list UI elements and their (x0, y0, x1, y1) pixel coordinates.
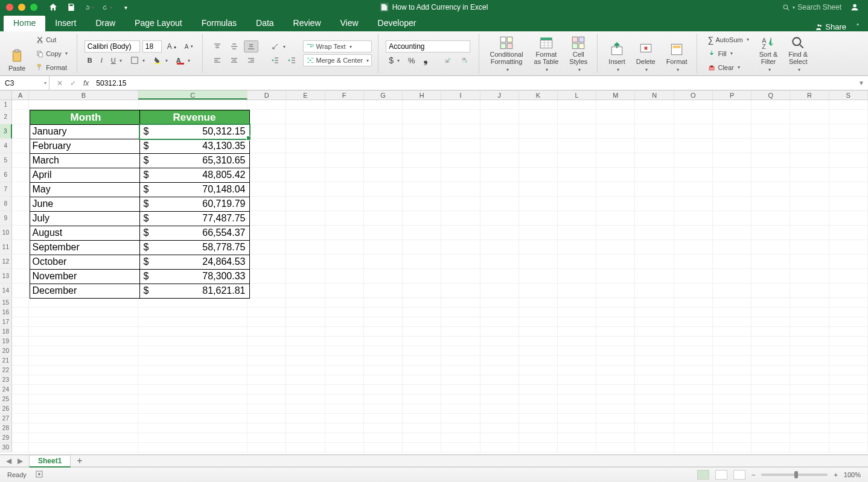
cell-N4[interactable] (635, 139, 674, 153)
cell-S23[interactable] (829, 375, 868, 385)
share-button[interactable]: Share (814, 22, 846, 31)
cell-O11[interactable] (674, 240, 713, 255)
cell-G22[interactable] (364, 366, 403, 375)
cell-F12[interactable] (325, 255, 364, 269)
cell-Q27[interactable] (752, 414, 790, 423)
cell-I9[interactable] (441, 211, 480, 226)
cell-G29[interactable] (364, 433, 403, 443)
cell-O21[interactable] (674, 356, 713, 366)
cell-B22[interactable] (29, 366, 138, 375)
cell-B18[interactable] (29, 327, 138, 337)
undo-button[interactable] (85, 2, 94, 12)
row-header-27[interactable]: 27 (0, 414, 12, 423)
cell-G15[interactable] (364, 298, 403, 308)
cell-N24[interactable] (635, 385, 674, 395)
cell-Q26[interactable] (752, 404, 790, 414)
cell-S24[interactable] (829, 385, 868, 395)
cell-L14[interactable] (558, 284, 596, 298)
cell-E28[interactable] (286, 423, 325, 433)
cell-K16[interactable] (519, 308, 558, 317)
cell-B27[interactable] (29, 414, 138, 423)
cell-D18[interactable] (247, 327, 286, 337)
zoom-out-button[interactable]: − (752, 471, 755, 478)
column-header-A[interactable]: A (12, 90, 30, 100)
cell-J29[interactable] (480, 433, 519, 443)
cell-D17[interactable] (247, 317, 286, 327)
cell-P30[interactable] (713, 443, 752, 452)
cell-F21[interactable] (325, 356, 364, 366)
cell-K20[interactable] (519, 346, 558, 356)
sheet-next-icon[interactable]: ▶ (18, 457, 23, 465)
cell-O29[interactable] (674, 433, 713, 443)
row-header-19[interactable]: 19 (0, 337, 12, 346)
percent-format-button[interactable]: % (405, 54, 418, 66)
cell-E13[interactable] (286, 269, 325, 284)
cell-C21[interactable] (138, 356, 247, 366)
column-header-F[interactable]: F (325, 90, 364, 100)
cell-O20[interactable] (674, 346, 713, 356)
cell-J4[interactable] (480, 139, 519, 153)
cell-R20[interactable] (790, 346, 829, 356)
cell-G25[interactable] (364, 395, 403, 404)
cell-H11[interactable] (403, 240, 441, 255)
cell-D1[interactable] (247, 100, 286, 110)
cell-K5[interactable] (519, 153, 558, 168)
cell-K28[interactable] (519, 423, 558, 433)
cell-C26[interactable] (138, 404, 247, 414)
cell-G10[interactable] (364, 226, 403, 240)
cell-E17[interactable] (286, 317, 325, 327)
cell-K9[interactable] (519, 211, 558, 226)
row-header-13[interactable]: 13 (0, 269, 12, 284)
cell-N20[interactable] (635, 346, 674, 356)
cell-K25[interactable] (519, 395, 558, 404)
cell-L30[interactable] (558, 443, 596, 452)
cell-E26[interactable] (286, 404, 325, 414)
cell-R26[interactable] (790, 404, 829, 414)
wrap-text-button[interactable]: Wrap Text (303, 40, 372, 52)
cell-H23[interactable] (403, 375, 441, 385)
cell-A16[interactable] (12, 308, 30, 317)
cell-E12[interactable] (286, 255, 325, 269)
cell-H2[interactable] (403, 110, 441, 124)
cell-J14[interactable] (480, 284, 519, 298)
cell-M28[interactable] (596, 423, 635, 433)
cell-M30[interactable] (596, 443, 635, 452)
add-sheet-button[interactable]: + (71, 455, 88, 466)
cell-R15[interactable] (790, 298, 829, 308)
cell-N28[interactable] (635, 423, 674, 433)
cell-R14[interactable] (790, 284, 829, 298)
cell-P29[interactable] (713, 433, 752, 443)
cell-N15[interactable] (635, 298, 674, 308)
cell-I8[interactable] (441, 197, 480, 211)
cell-K7[interactable] (519, 182, 558, 197)
tab-review[interactable]: Review (284, 16, 331, 31)
cell-I19[interactable] (441, 337, 480, 346)
cell-A5[interactable] (12, 153, 30, 168)
cell-A21[interactable] (12, 356, 30, 366)
cell-S2[interactable] (829, 110, 868, 124)
table-cell-month[interactable]: December (30, 284, 140, 299)
cell-N1[interactable] (635, 100, 674, 110)
cell-D13[interactable] (247, 269, 286, 284)
enter-formula-icon[interactable]: ✓ (70, 79, 76, 87)
tab-home[interactable]: Home (4, 16, 45, 31)
cell-S16[interactable] (829, 308, 868, 317)
cell-P15[interactable] (713, 298, 752, 308)
cell-H30[interactable] (403, 443, 441, 452)
cell-I28[interactable] (441, 423, 480, 433)
cell-F23[interactable] (325, 375, 364, 385)
cell-F15[interactable] (325, 298, 364, 308)
cell-J20[interactable] (480, 346, 519, 356)
cell-H14[interactable] (403, 284, 441, 298)
cell-Q15[interactable] (752, 298, 790, 308)
cell-R1[interactable] (790, 100, 829, 110)
cell-N22[interactable] (635, 366, 674, 375)
cell-A18[interactable] (12, 327, 30, 337)
cell-E5[interactable] (286, 153, 325, 168)
cell-S20[interactable] (829, 346, 868, 356)
cell-I11[interactable] (441, 240, 480, 255)
row-header-29[interactable]: 29 (0, 433, 12, 443)
cell-H29[interactable] (403, 433, 441, 443)
cell-N10[interactable] (635, 226, 674, 240)
cell-I26[interactable] (441, 404, 480, 414)
